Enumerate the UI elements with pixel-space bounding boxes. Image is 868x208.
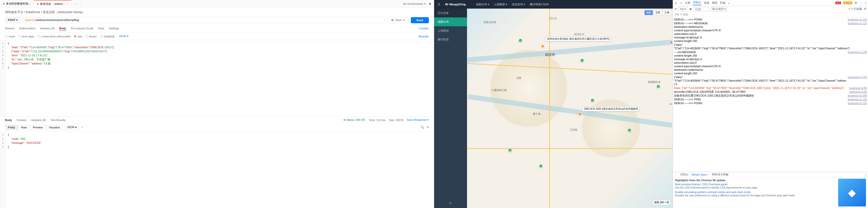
copy-icon[interactable]: ⧉ <box>427 126 429 129</box>
devtools-drawer: ⋮ 控制台 What's New × 网络请求屏蔽 × Highlights f… <box>673 172 868 208</box>
reqtab-auth[interactable]: Authorization <box>19 27 35 31</box>
reqtab-prescript[interactable]: Pre-request Script <box>71 27 93 31</box>
opt-formdata[interactable]: form-data <box>18 35 34 38</box>
level-select[interactable]: 默认级别 ▾ <box>711 7 727 11</box>
reqtab-params[interactable]: Params <box>5 27 15 31</box>
maptype-3d[interactable]: 三维 <box>662 10 671 15</box>
devtab-console[interactable]: 控制台 <box>693 1 701 5</box>
method-select[interactable]: POST ▾ <box>5 17 21 23</box>
opt-raw[interactable]: raw <box>74 35 82 38</box>
eye-icon[interactable]: ◉ <box>689 7 692 11</box>
save-button[interactable]: 🖫 Save ▾ <box>387 17 409 23</box>
request-body-editor[interactable]: 1234567 { "data": "{\"lat\":\"114.402669… <box>0 40 434 116</box>
nav-map[interactable]: 地图分布 ▾ <box>476 3 489 6</box>
reqtab-settings[interactable]: Settings <box>109 27 119 31</box>
news-desc-1: Emulate the user preference on using a d… <box>675 194 836 197</box>
view-pretty[interactable]: Pretty <box>5 125 18 130</box>
resp-lang-select[interactable]: JSON ▾ <box>65 125 79 130</box>
resptab-headers[interactable]: Headers (8) <box>31 118 46 122</box>
news-heading: Highlights from the Chrome 96 update <box>675 179 836 182</box>
reqtab-tests[interactable]: Tests <box>98 27 104 31</box>
search-icon[interactable]: 🔍 <box>421 126 424 129</box>
sidebar-item-map[interactable]: 地图分布 <box>434 18 467 26</box>
place-label: 江夏森林公园 <box>492 89 507 92</box>
eye-icon[interactable]: ◉ <box>429 2 431 5</box>
drawer-tab-console[interactable]: 控制台 <box>680 173 689 176</box>
response-tabs: Body Cookies Headers (8) Test Results ⊕ … <box>0 116 434 123</box>
nav-report[interactable]: 上报数据 ▾ <box>494 3 507 6</box>
maptype-sat[interactable]: 卫星 <box>653 10 662 15</box>
warn-count[interactable]: ■ 240 <box>843 2 852 4</box>
sidebar-item-device[interactable]: 定位设备 <box>434 9 467 18</box>
clear-icon[interactable]: ⊘ <box>675 7 677 11</box>
opt-graphql[interactable]: GraphQL <box>100 35 115 38</box>
wrap-icon[interactable]: ⤶ <box>81 126 83 129</box>
opt-urlencoded[interactable]: x-www-form-urlencoded <box>37 35 70 38</box>
kebab-icon[interactable]: ⋮ <box>675 173 677 176</box>
console-output[interactable]: DEBUG----->>> PONGbusiness.js:115DEBUG--… <box>673 17 868 172</box>
marker-cluster[interactable]: 1 <box>656 84 660 89</box>
tab-0[interactable]: 多动同步数据科技... <box>0 0 34 7</box>
marker-cluster[interactable]: 1 <box>590 98 594 102</box>
request-url-row: POST ▾ {{apiUrl}}/web/socket/stomp/sendS… <box>0 17 434 25</box>
sidebar-item-blog[interactable]: 鹏仔部落 <box>434 35 467 44</box>
resptab-body[interactable]: Body <box>5 118 12 122</box>
devtab-network[interactable]: 网络 <box>712 1 717 5</box>
body-lang-select[interactable]: JSON ▾ <box>119 35 128 38</box>
breadcrumb: 倒班服务平台 / DataDriver / 发送信息（websocket Sto… <box>0 8 434 17</box>
callout-user: 您所在的位置:[地址:湖北省武汉市江夏区淀江大道188号] <box>545 36 612 41</box>
devtab-elements[interactable]: 元素 <box>685 1 690 5</box>
map-canvas[interactable]: 吴家山街道 汉口北 武汉站 G 武汉市 汉阳 江夏森林公园 墨子湖 楚溪园街道 … <box>467 9 673 208</box>
filter-input[interactable] <box>694 7 709 11</box>
devtools-pane: ⯐ ▭ 元素 控制台 来源 网络 性能 » ◘ 3 ■ 240 ⚙ ⋮ × ⊘ … <box>673 0 868 208</box>
beautify-link[interactable]: Beautify <box>419 35 429 38</box>
marker-device[interactable] <box>578 112 582 116</box>
close-icon[interactable]: × <box>66 3 68 6</box>
save-response-link[interactable]: Save Response ▾ <box>407 118 429 122</box>
reqtab-headers[interactable]: Headers (9) <box>40 27 55 31</box>
nav-publish[interactable]: 信息发布 ▾ <box>512 3 525 6</box>
inspect-icon[interactable]: ⯐ <box>675 2 677 5</box>
tab-1[interactable]: 发送信息 （webso...× <box>34 0 71 7</box>
view-preview[interactable]: Preview <box>30 125 45 130</box>
resptab-tests[interactable]: Test Results <box>50 118 65 122</box>
gear-icon[interactable]: ⚙ <box>864 7 866 11</box>
more-icon[interactable]: ⋮ <box>860 1 862 5</box>
drawer-close-icon[interactable]: × <box>865 173 866 176</box>
response-view-row: Pretty Raw Preview Visualize JSON ▾ ⤶ 🔍 … <box>0 123 434 131</box>
drawer-tab-blocking[interactable]: 网络请求屏蔽 <box>712 173 728 176</box>
sidebar: 定位设备 地图分布 上报数据 鹏仔部落 ≡ <box>434 9 467 208</box>
close-icon[interactable]: × <box>865 2 866 5</box>
devtab-more[interactable]: » <box>728 2 730 5</box>
send-button[interactable]: Send <box>411 17 429 23</box>
device-icon[interactable]: ▭ <box>680 1 682 5</box>
sidebar-collapse[interactable]: ≡ <box>434 199 467 208</box>
nav-csdn[interactable]: 鹏仔部落CSDN <box>530 3 549 6</box>
api-client-pane: 多动同步数据科技... 发送信息 （webso...× ＋ No Environ… <box>0 0 434 208</box>
view-visualize[interactable]: Visualize <box>46 125 63 130</box>
news-link-1[interactable]: Enable emulating prefers-contrast media … <box>675 190 836 194</box>
devtab-perf[interactable]: 性能 <box>720 1 725 5</box>
new-tab[interactable]: ＋ <box>71 0 81 7</box>
opt-binary[interactable]: binary <box>86 35 97 38</box>
view-raw[interactable]: Raw <box>19 125 30 130</box>
environment-select[interactable]: No Environment ▾ ◉ <box>401 1 434 6</box>
news-link-0[interactable]: New preview feature: CSS Overview panel <box>675 183 836 186</box>
reqtab-body[interactable]: Body <box>59 27 66 31</box>
menu-icon[interactable]: ☰ <box>438 3 440 6</box>
context-select[interactable]: top ▾ <box>679 7 687 11</box>
resptab-cookies[interactable]: Cookies <box>17 118 27 122</box>
devtab-sources[interactable]: 来源 <box>704 1 709 5</box>
response-body-editor[interactable]: 1234 { "code": 200, "message": "SUCCESS"… <box>0 131 434 208</box>
error-count[interactable]: ◘ 3 <box>835 2 841 4</box>
hidden-issues[interactable]: 3 个已隐藏 <box>848 7 862 11</box>
drawer-tab-whatsnew[interactable]: What's New × <box>692 173 709 176</box>
gear-icon[interactable]: ⚙ <box>855 1 857 5</box>
sidebar-item-report[interactable]: 上报数据 <box>434 26 467 35</box>
opt-none[interactable]: none <box>5 35 15 38</box>
resp-time: Time: 113 ms <box>369 118 385 122</box>
cookies-link[interactable]: Cookies <box>419 27 429 31</box>
place-label: 汉阳 <box>516 76 521 80</box>
url-input[interactable]: {{apiUrl}}/web/socket/stomp/sendStompMsg <box>23 17 385 23</box>
maptype-map[interactable]: 地图 <box>644 10 653 15</box>
